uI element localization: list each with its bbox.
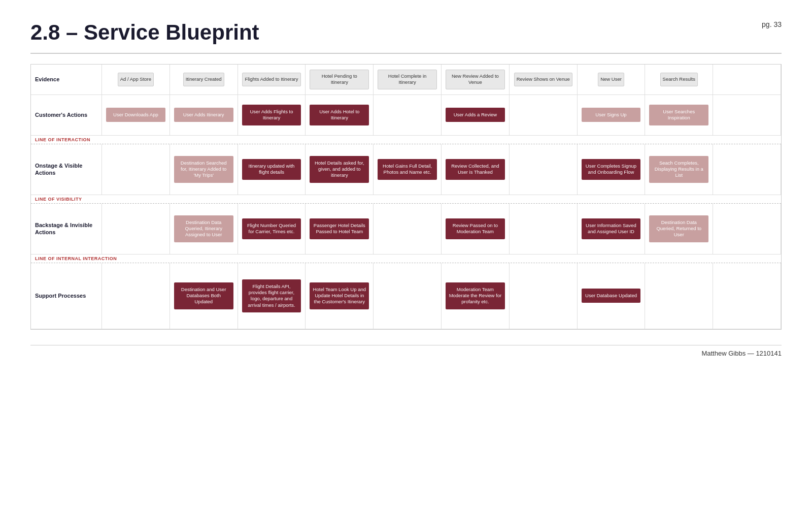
backstage-cell-9: Destination Data Queried, Returned to Us… (645, 204, 713, 255)
support-cell-10 (713, 263, 781, 329)
backstage-action-3: Flight Number Queried for Carrier, Times… (242, 218, 301, 239)
onstage-cell-9: Seach Completes, Displaying Results in a… (645, 144, 713, 195)
customer-cell-2: User Adds Itinerary (170, 95, 238, 136)
onstage-action-6: Review Collected, and User is Thanked (446, 159, 505, 180)
customer-cell-3: User Adds Flights to Itinerary (238, 95, 306, 136)
onstage-action-9: Seach Completes, Displaying Results in a… (649, 156, 708, 183)
customer-cell-10 (713, 95, 781, 136)
backstage-cell-5 (374, 204, 442, 255)
onstage-action-8: User Completes Signup and Onboarding Flo… (582, 159, 641, 180)
evidence-col-7: Review Shows on Venue (510, 65, 578, 95)
support-cell-2: Destination and User Databases Both Upda… (170, 263, 238, 329)
support-action-4: Hotel Team Look Up and Update Hotel Deta… (310, 282, 369, 309)
backstage-cell-3: Flight Number Queried for Carrier, Times… (238, 204, 306, 255)
customer-action-9: User Searches Inspiration (649, 105, 708, 125)
evidence-col-8: New User (578, 65, 646, 95)
evidence-box-4: Hotel Pending to Itinerary (310, 70, 369, 89)
onstage-cell-4: Hotel Details asked for, given, and adde… (306, 144, 374, 195)
onstage-cell-1 (102, 144, 170, 195)
backstage-action-6: Review Passed on to Moderation Team (446, 218, 505, 239)
footer: Matthew Gibbs — 1210141 (30, 350, 782, 357)
evidence-col-9: Search Results (645, 65, 713, 95)
evidence-col-6: New Review Added to Venue (442, 65, 510, 95)
backstage-cell-10 (713, 204, 781, 255)
evidence-col-1: Ad / App Store (102, 65, 170, 95)
onstage-action-4: Hotel Details asked for, given, and adde… (310, 156, 369, 183)
evidence-col-2: Itinerary Created (170, 65, 238, 95)
customer-action-6: User Adds a Review (446, 108, 505, 122)
customer-cell-6: User Adds a Review (442, 95, 510, 136)
evidence-label: Evidence (31, 65, 102, 95)
line-of-interaction-row: LINE OF INTERACTION (31, 136, 781, 144)
onstage-cell-5: Hotel Gains Full Detail, Photos and Name… (374, 144, 442, 195)
line-of-internal-row: LINE OF INTERNAL INTERACTION (31, 255, 781, 263)
evidence-box-5: Hotel Complete in Itinerary (378, 70, 437, 89)
evidence-col-5: Hotel Complete in Itinerary (374, 65, 442, 95)
onstage-cell-7 (510, 144, 578, 195)
evidence-box-9: Search Results (660, 73, 698, 86)
line-internal-label: LINE OF INTERNAL INTERACTION (35, 256, 117, 261)
backstage-action-2: Destination Data Queried, Itinerary Assi… (174, 215, 233, 242)
evidence-box-7: Review Shows on Venue (514, 73, 572, 86)
page-title: 2.8 – Service Blueprint (30, 20, 782, 45)
evidence-box-3: Flights Added to Itinerary (242, 73, 300, 86)
bottom-divider (30, 345, 782, 345)
backstage-action-9: Destination Data Queried, Returned to Us… (649, 215, 708, 242)
backstage-cell-2: Destination Data Queried, Itinerary Assi… (170, 204, 238, 255)
backstage-cell-4: Passenger Hotel Details Passed to Hotel … (306, 204, 374, 255)
support-action-2: Destination and User Databases Both Upda… (174, 282, 233, 309)
backstage-action-4: Passenger Hotel Details Passed to Hotel … (310, 218, 369, 239)
evidence-col-3: Flights Added to Itinerary (238, 65, 306, 95)
onstage-cell-10 (713, 144, 781, 195)
customer-cell-5 (374, 95, 442, 136)
support-label: Support Processes (31, 263, 102, 329)
onstage-cell-6: Review Collected, and User is Thanked (442, 144, 510, 195)
evidence-box-2: Itinerary Created (183, 73, 224, 86)
customer-action-2: User Adds Itinerary (174, 108, 233, 122)
onstage-action-5: Hotel Gains Full Detail, Photos and Name… (378, 159, 437, 180)
backstage-cell-1 (102, 204, 170, 255)
customer-action-8: User Signs Up (582, 108, 641, 122)
customer-cell-1: User Downloads App (102, 95, 170, 136)
support-cell-3: Flight Details API, provides flight carr… (238, 263, 306, 329)
line-interaction-label: LINE OF INTERACTION (35, 137, 90, 142)
support-cell-6: Moderation Team Moderate the Review for … (442, 263, 510, 329)
customer-cell-8: User Signs Up (578, 95, 646, 136)
support-cell-9 (645, 263, 713, 329)
onstage-cell-8: User Completes Signup and Onboarding Flo… (578, 144, 646, 195)
evidence-col-10 (713, 65, 781, 95)
support-cell-4: Hotel Team Look Up and Update Hotel Deta… (306, 263, 374, 329)
customer-cell-7 (510, 95, 578, 136)
backstage-cell-8: User Information Saved and Assigned User… (578, 204, 646, 255)
support-cell-5 (374, 263, 442, 329)
support-cell-8: User Database Updated (578, 263, 646, 329)
blueprint-grid: Evidence Ad / App Store Itinerary Create… (30, 64, 782, 330)
top-divider (30, 53, 782, 54)
line-visibility-label: LINE OF VISIBILITY (35, 197, 82, 202)
onstage-cell-3: Itinerary updated with flight details (238, 144, 306, 195)
onstage-cell-2: Destination Searched for, Itinerary Adde… (170, 144, 238, 195)
backstage-cell-6: Review Passed on to Moderation Team (442, 204, 510, 255)
page-number: pg. 33 (762, 20, 782, 28)
customer-cell-4: User Adds Hotel to Itinerary (306, 95, 374, 136)
line-of-visibility-row: LINE OF VISIBILITY (31, 195, 781, 204)
customer-actions-label: Customer's Actions (31, 95, 102, 136)
customer-action-1: User Downloads App (106, 108, 165, 122)
customer-action-3: User Adds Flights to Itinerary (242, 105, 301, 125)
backstage-action-8: User Information Saved and Assigned User… (582, 218, 641, 239)
onstage-label: Onstage & Visible Actions (31, 144, 102, 195)
support-action-8: User Database Updated (582, 289, 641, 303)
customer-action-4: User Adds Hotel to Itinerary (310, 105, 369, 125)
evidence-box-1: Ad / App Store (118, 73, 154, 86)
backstage-cell-7 (510, 204, 578, 255)
backstage-label: Backstage & Invisible Actions (31, 204, 102, 255)
onstage-action-3: Itinerary updated with flight details (242, 159, 301, 180)
support-cell-7 (510, 263, 578, 329)
support-action-3: Flight Details API, provides flight carr… (242, 279, 301, 312)
evidence-box-8: New User (598, 73, 624, 86)
evidence-box-6: New Review Added to Venue (446, 70, 505, 89)
support-action-6: Moderation Team Moderate the Review for … (446, 282, 505, 309)
onstage-action-2: Destination Searched for, Itinerary Adde… (174, 156, 233, 183)
evidence-col-4: Hotel Pending to Itinerary (306, 65, 374, 95)
customer-cell-9: User Searches Inspiration (645, 95, 713, 136)
